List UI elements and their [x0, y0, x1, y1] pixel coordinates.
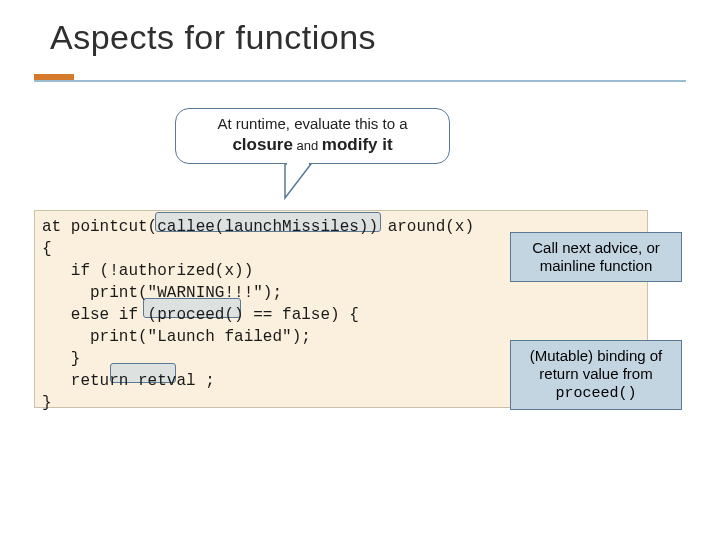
code-l4: print("WARNING!!!"); — [42, 284, 282, 302]
code-l1c: ) around(x) — [368, 218, 474, 236]
speech-and: and — [293, 138, 322, 153]
annotation-2-text-b: proceed() — [555, 385, 636, 402]
speech-modify: modify it — [322, 135, 393, 154]
annotation-next-advice: Call next advice, or mainline function — [510, 232, 682, 282]
code-l5b: proceed() — [157, 306, 243, 324]
speech-closure: closure — [232, 135, 292, 154]
code-l8b: retval — [138, 372, 196, 390]
code-l9: } — [42, 394, 52, 412]
code-l8c: ; — [196, 372, 215, 390]
slide: Aspects for functions At runtime, evalua… — [0, 0, 720, 540]
code-l1a: at pointcut( — [42, 218, 157, 236]
annotation-1-text: Call next advice, or mainline function — [532, 239, 660, 274]
code-l2: { — [42, 240, 52, 258]
title-rule — [34, 74, 686, 84]
code-l7: } — [42, 350, 80, 368]
speech-bubble-body: At runtime, evaluate this to a closure a… — [175, 108, 450, 164]
code-text: at pointcut(callee(launchMissiles)) arou… — [42, 216, 474, 414]
code-l6: print("Launch failed"); — [42, 328, 311, 346]
code-l8a: return — [42, 372, 138, 390]
code-l1b: callee(launchMissiles) — [157, 218, 368, 236]
code-l3: if (!authorized(x)) — [42, 262, 253, 280]
speech-line-1: At runtime, evaluate this to a — [217, 115, 407, 132]
horizontal-rule — [34, 80, 686, 82]
speech-bubble: At runtime, evaluate this to a closure a… — [175, 108, 450, 164]
annotation-2-text-a: (Mutable) binding of return value from — [530, 347, 663, 382]
svg-marker-0 — [285, 164, 311, 198]
annotation-retval: (Mutable) binding of return value from p… — [510, 340, 682, 410]
page-title: Aspects for functions — [50, 18, 376, 57]
code-l5c: == false) { — [244, 306, 359, 324]
code-l5a: else if ( — [42, 306, 157, 324]
